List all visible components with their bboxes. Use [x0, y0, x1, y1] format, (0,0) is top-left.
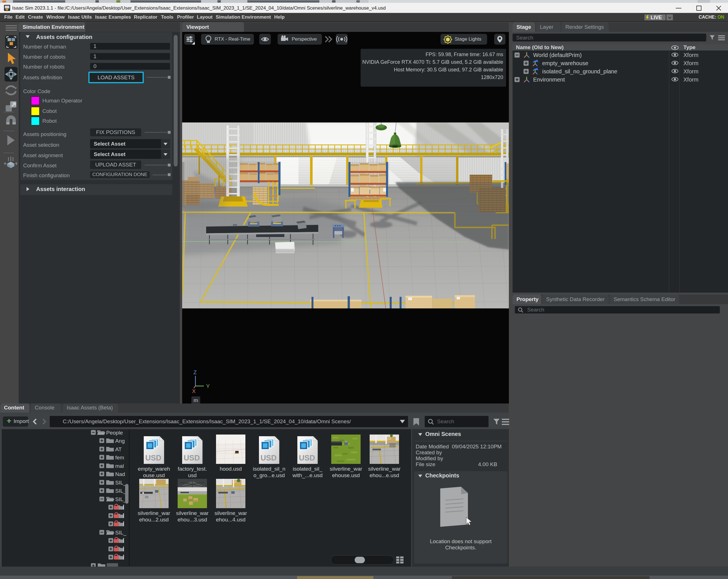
svg-text:mal: mal — [115, 463, 124, 469]
svg-text:SIL_: SIL_ — [115, 488, 127, 494]
svg-text:SIL_: SIL_ — [115, 496, 127, 502]
svg-text:People: People — [106, 430, 123, 436]
svg-text:Y: Y — [206, 383, 210, 389]
svg-text:SIL_: SIL_ — [115, 530, 127, 536]
svg-text:SIL_: SIL_ — [115, 480, 127, 486]
svg-text:X: X — [192, 388, 196, 394]
svg-text:AT: AT — [115, 446, 122, 452]
svg-text:fem: fem — [115, 454, 124, 461]
svg-text:Z: Z — [193, 369, 197, 375]
svg-text:LIVE: LIVE — [651, 15, 662, 20]
svg-text:Ang: Ang — [115, 438, 125, 444]
svg-text:Nad: Nad — [115, 471, 125, 477]
